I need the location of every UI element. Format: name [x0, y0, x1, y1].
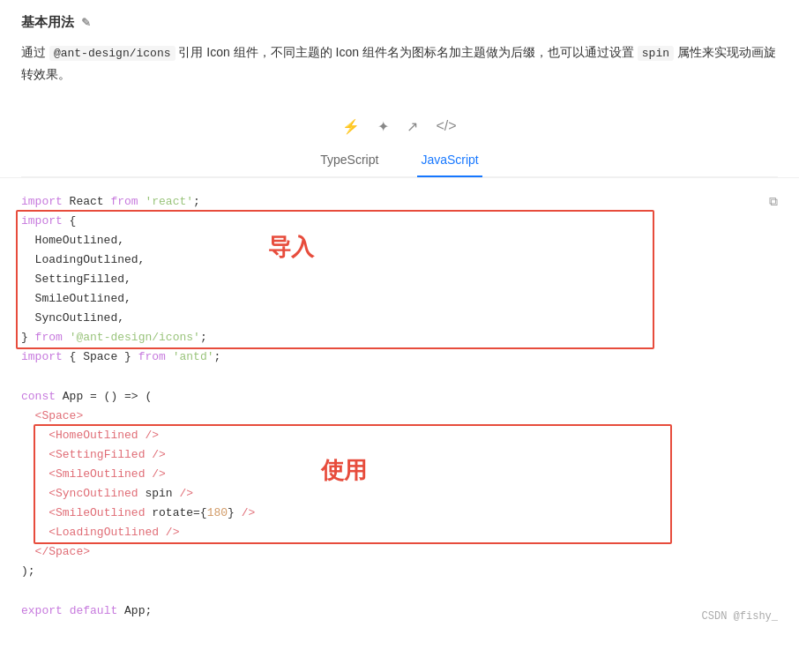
code-line-19: </Space> [21, 542, 778, 562]
code-line-14: <SettingFilled /> [21, 445, 778, 465]
tab-typescript[interactable]: TypeScript [317, 146, 382, 177]
description: 通过 @ant-design/icons 引用 Icon 组件，不同主题的 Ic… [21, 41, 778, 86]
code-line-16: <SyncOutlined spin /> [21, 484, 778, 504]
code-line-21 [21, 581, 778, 601]
tab-javascript[interactable]: JavaScript [417, 146, 482, 177]
desc-code2: spin [638, 46, 674, 61]
code-line-3: HomeOutlined, [21, 231, 778, 250]
code-line-18: <LoadingOutlined /> [21, 523, 778, 542]
code-line-12: <Space> [21, 407, 778, 426]
tabs-bar: TypeScript JavaScript [21, 146, 778, 177]
desc-prefix: 通过 [21, 45, 49, 59]
desc-code1: @ant-design/icons [49, 46, 175, 61]
code-line-15: <SmileOutlined /> [21, 465, 778, 484]
code-section: ⧉ import React from 'react'; import { Ho… [0, 178, 799, 635]
edit-icon[interactable]: ✎ [81, 16, 91, 29]
code-line-11: const App = () => ( [21, 387, 778, 407]
code-line-6: SmileOutlined, [21, 289, 778, 309]
section-title: 基本用法 ✎ [21, 14, 778, 31]
code-line-22: export default App; [21, 601, 778, 621]
star-icon[interactable]: ✦ [377, 118, 389, 135]
code-line-1: import React from 'react'; [21, 192, 778, 212]
code-icon[interactable]: </> [436, 118, 456, 134]
title-text: 基本用法 [21, 14, 74, 31]
code-line-2: import { [21, 212, 778, 231]
use-block: <HomeOutlined /> <SettingFilled /> <Smil… [21, 426, 778, 543]
code-line-8: } from '@ant-design/icons'; [21, 328, 778, 347]
code-line-13: <HomeOutlined /> [21, 426, 778, 445]
external-link-icon[interactable]: ↗ [407, 118, 418, 135]
watermark: CSDN @fishy_ [702, 608, 778, 625]
code-line-10 [21, 367, 778, 386]
page-container: 基本用法 ✎ 通过 @ant-design/icons 引用 Icon 组件，不… [0, 0, 799, 672]
desc-mid1: 引用 Icon 组件，不同主题的 Icon 组件名为图标名加主题做为后缀，也可以… [175, 45, 638, 59]
code-line-7: SyncOutlined, [21, 309, 778, 328]
thunder-icon[interactable]: ⚡ [342, 118, 360, 135]
icon-toolbar: ⚡ ✦ ↗ </> [21, 104, 778, 146]
code-wrapper: import React from 'react'; import { Home… [21, 192, 778, 621]
code-line-9: import { Space } from 'antd'; [21, 347, 778, 367]
code-line-5: SettingFilled, [21, 270, 778, 289]
code-line-20: ); [21, 562, 778, 581]
code-line-4: LoadingOutlined, [21, 250, 778, 270]
top-section: 基本用法 ✎ 通过 @ant-design/icons 引用 Icon 组件，不… [0, 0, 799, 178]
code-line-17: <SmileOutlined rotate={180} /> [21, 504, 778, 523]
import-block: import { HomeOutlined, LoadingOutlined, … [21, 212, 778, 348]
